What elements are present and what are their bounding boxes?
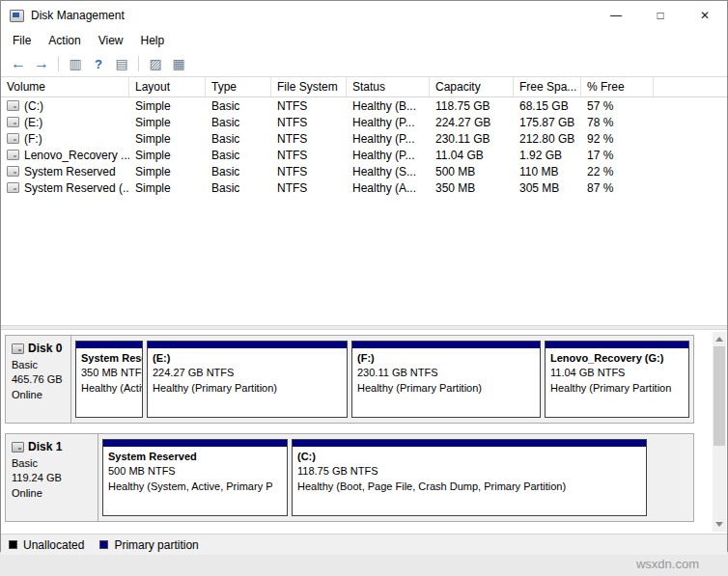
menu-view[interactable]: View (90, 32, 132, 49)
scrollbar-track[interactable] (713, 346, 726, 517)
partition-e[interactable]: (E:) 224.27 GB NTFS Healthy (Primary Par… (147, 341, 348, 418)
volume-pct-free: 78 % (581, 116, 654, 129)
partition-size: 230.11 GB NTFS (357, 366, 535, 380)
disk-name: Disk 0 (28, 341, 62, 357)
column-header-layout[interactable]: Layout (129, 77, 206, 96)
toolbar-separator (58, 56, 59, 71)
title-bar: Disk Management — □ ✕ (1, 1, 727, 30)
partition-f[interactable]: (F:) 230.11 GB NTFS Healthy (Primary Par… (351, 341, 541, 418)
disk-0-row: Disk 0 Basic 465.76 GB Online System Res… (5, 335, 694, 424)
maximize-button[interactable]: □ (638, 1, 683, 30)
volume-row-e[interactable]: (E:) Simple Basic NTFS Healthy (P... 224… (1, 114, 727, 130)
partition-title: Lenovo_Recovery (G:) (550, 351, 684, 366)
unallocated-swatch (9, 540, 17, 549)
export-list-icon[interactable]: ▤ (110, 54, 133, 74)
volume-capacity: 230.11 GB (430, 132, 514, 146)
disk-0-partitions: System Reser 350 MB NTFS Healthy (Activ … (71, 336, 693, 423)
menu-file[interactable]: File (4, 32, 40, 49)
volume-row-c[interactable]: (C:) Simple Basic NTFS Healthy (B... 118… (1, 97, 727, 114)
partition-title: (E:) (153, 351, 342, 366)
volume-icon (7, 133, 19, 144)
partition-status: Healthy (Activ (81, 381, 137, 396)
disk-management-icon (10, 10, 24, 22)
partition-lenovo-recovery-g[interactable]: Lenovo_Recovery (G:) 11.04 GB NTFS Healt… (545, 341, 689, 418)
partition-color-bar (76, 342, 142, 348)
column-header-file-system[interactable]: File System (271, 77, 347, 96)
partition-size: 350 MB NTFS (81, 366, 137, 380)
partition-title: (F:) (357, 351, 535, 366)
volume-name: (F:) (24, 132, 42, 146)
partition-status: Healthy (Primary Partition) (153, 381, 342, 396)
volume-status: Healthy (P... (347, 116, 430, 129)
volume-fs: NTFS (271, 149, 347, 162)
action-pane-icon[interactable]: ▨ (144, 54, 167, 74)
column-header-type[interactable]: Type (206, 77, 271, 96)
volume-status: Healthy (S... (347, 165, 430, 178)
volume-row-system-reserved-2[interactable]: System Reserved (... Simple Basic NTFS H… (1, 179, 727, 196)
volume-capacity: 118.75 GB (430, 99, 514, 113)
disk-type: Basic (12, 358, 65, 372)
volume-type: Basic (206, 116, 271, 129)
volume-status: Healthy (A... (347, 181, 430, 195)
volume-pct-free: 17 % (581, 149, 654, 162)
volume-fs: NTFS (271, 165, 347, 178)
properties-icon[interactable]: ▦ (167, 54, 190, 74)
partition-color-bar (293, 440, 646, 447)
volume-layout: Simple (129, 181, 206, 195)
vertical-scrollbar[interactable] (713, 332, 726, 532)
disk-size: 465.76 GB (12, 372, 65, 387)
disk-type: Basic (12, 456, 92, 471)
volume-row-system-reserved[interactable]: System Reserved Simple Basic NTFS Health… (1, 163, 727, 179)
partition-status: Healthy (Primary Partition (550, 381, 684, 396)
volume-free: 110 MB (514, 165, 581, 178)
disk-icon (12, 442, 24, 453)
partition-system-reserved-disk1[interactable]: System Reserved 500 MB NTFS Healthy (Sys… (102, 439, 288, 516)
partition-title: System Reser (81, 351, 137, 366)
console-tree-icon[interactable]: ▥ (64, 54, 87, 74)
volume-capacity: 224.27 GB (430, 116, 514, 129)
partition-size: 500 MB NTFS (108, 464, 282, 479)
toolbar-separator (138, 56, 139, 71)
column-header-status[interactable]: Status (347, 77, 430, 96)
disk-status: Online (12, 486, 92, 501)
partition-status: Healthy (Primary Partition) (357, 381, 535, 396)
legend-bar: Unallocated Primary partition (1, 534, 727, 555)
minimize-button[interactable]: — (594, 1, 638, 30)
volume-status: Healthy (P... (347, 132, 430, 146)
column-header-volume[interactable]: Volume (1, 77, 129, 96)
partition-c[interactable]: (C:) 118.75 GB NTFS Healthy (Boot, Page … (292, 439, 647, 516)
partition-status: Healthy (Boot, Page File, Crash Dump, Pr… (297, 480, 641, 494)
scrollbar-down-icon (715, 522, 723, 527)
volume-list: (C:) Simple Basic NTFS Healthy (B... 118… (1, 97, 727, 325)
scrollbar-thumb[interactable] (714, 346, 725, 446)
volume-name: System Reserved (24, 165, 116, 178)
back-icon[interactable]: ← (7, 54, 30, 74)
partition-color-bar (148, 342, 347, 348)
volume-capacity: 350 MB (430, 181, 514, 195)
volume-row-f[interactable]: (F:) Simple Basic NTFS Healthy (P... 230… (1, 130, 727, 147)
help-icon[interactable]: ? (87, 54, 110, 74)
forward-icon[interactable]: → (30, 54, 53, 74)
scrollbar-down-button[interactable] (713, 517, 726, 532)
column-header-free-space[interactable]: Free Spa... (514, 77, 581, 96)
volume-row-lenovo-recovery[interactable]: Lenovo_Recovery ... Simple Basic NTFS He… (1, 147, 727, 163)
close-button[interactable]: ✕ (683, 1, 727, 30)
menu-help[interactable]: Help (132, 32, 174, 49)
volume-layout: Simple (129, 132, 206, 146)
column-header-pct-free[interactable]: % Free (581, 77, 654, 96)
menu-action[interactable]: Action (40, 32, 89, 49)
scrollbar-up-button[interactable] (713, 332, 726, 346)
disk-0-header[interactable]: Disk 0 Basic 465.76 GB Online (6, 336, 71, 423)
disk-1-header[interactable]: Disk 1 Basic 119.24 GB Online (6, 434, 98, 521)
volume-free: 305 MB (514, 181, 581, 195)
volume-fs: NTFS (271, 132, 347, 146)
column-header-capacity[interactable]: Capacity (430, 77, 514, 96)
partition-size: 118.75 GB NTFS (297, 464, 641, 479)
volume-icon (7, 150, 19, 160)
legend-unallocated: Unallocated (9, 538, 84, 552)
partition-system-reserved-disk0[interactable]: System Reser 350 MB NTFS Healthy (Activ (75, 341, 143, 418)
volume-status: Healthy (P... (347, 149, 430, 162)
volume-icon (7, 100, 19, 111)
volume-type: Basic (206, 132, 271, 146)
volume-icon (7, 182, 19, 193)
